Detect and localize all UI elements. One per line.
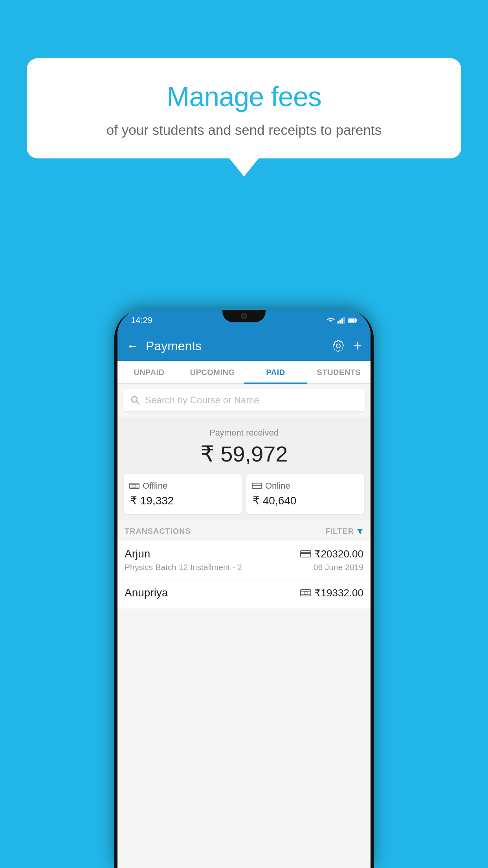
student-name: Anupriya (125, 587, 168, 599)
svg-rect-2 (341, 318, 343, 324)
offline-card-header: Offline (129, 481, 167, 491)
gear-icon[interactable] (332, 339, 345, 353)
tab-unpaid[interactable]: UNPAID (117, 361, 181, 383)
bubble-title: Manage fees (50, 81, 438, 112)
svg-rect-5 (356, 319, 357, 322)
offline-label: Offline (143, 481, 167, 491)
filter-label: FILTER (325, 527, 354, 536)
payment-amount: ₹ 59,972 (124, 441, 364, 467)
transaction-amount: ₹20320.00 (314, 548, 363, 560)
offline-icon (129, 482, 139, 490)
camera (241, 313, 247, 319)
online-card-header: Online (252, 481, 290, 491)
transactions-header: TRANSACTIONS FILTER (117, 520, 371, 541)
search-placeholder: Search by Course or Name (145, 395, 259, 406)
app-title: Payments (146, 339, 325, 353)
transaction-top-row: Anupriya ₹19332.00 (125, 587, 363, 599)
online-icon (252, 482, 262, 490)
svg-rect-16 (301, 552, 311, 554)
transaction-amount: ₹19332.00 (314, 587, 363, 599)
online-card: Online ₹ 40,640 (246, 474, 364, 514)
speech-bubble: Manage fees of your students and send re… (27, 58, 461, 158)
app-bar: ← Payments + (117, 331, 371, 361)
svg-rect-14 (252, 485, 262, 486)
transaction-amount-wrap: ₹20320.00 (300, 548, 363, 560)
payment-type-icon (300, 550, 311, 558)
offline-card: Offline ₹ 19,332 (124, 474, 242, 514)
status-icons (327, 317, 357, 324)
battery-icon (348, 318, 357, 323)
tab-students[interactable]: STUDENTS (307, 361, 371, 383)
transaction-bottom-row: Physics Batch 12 Installment - 2 06 June… (125, 563, 363, 572)
table-row[interactable]: Anupriya ₹19332.00 (117, 579, 371, 609)
payment-summary: Payment received ₹ 59,972 Offline (117, 417, 371, 520)
signal-icon (338, 317, 345, 324)
svg-rect-6 (349, 319, 355, 322)
offline-amount: ₹ 19,332 (129, 494, 174, 507)
transaction-top-row: Arjun ₹20320.00 (125, 548, 363, 560)
svg-line-8 (137, 402, 139, 405)
tabs-bar: UNPAID UPCOMING PAID STUDENTS (117, 361, 371, 384)
payment-type-icon (300, 589, 311, 597)
bubble-arrow (227, 156, 261, 177)
student-name: Arjun (125, 548, 150, 560)
tab-upcoming[interactable]: UPCOMING (181, 361, 244, 383)
wifi-icon (327, 317, 335, 324)
svg-rect-1 (339, 320, 341, 324)
notch (222, 310, 266, 322)
filter-icon (356, 528, 363, 535)
transactions-label: TRANSACTIONS (125, 527, 191, 536)
tab-paid[interactable]: PAID (244, 361, 307, 384)
speech-bubble-container: Manage fees of your students and send re… (27, 58, 461, 158)
svg-rect-0 (338, 321, 339, 324)
table-row[interactable]: Arjun ₹20320.00 Physics Batch 12 Install… (117, 541, 371, 579)
plus-button[interactable]: + (354, 339, 362, 353)
filter-button[interactable]: FILTER (325, 527, 363, 536)
transaction-amount-wrap: ₹19332.00 (300, 587, 363, 599)
svg-rect-17 (301, 590, 311, 596)
back-button[interactable]: ← (126, 339, 139, 353)
svg-rect-3 (343, 317, 345, 324)
course-name: Physics Batch 12 Installment - 2 (125, 563, 242, 572)
online-label: Online (265, 481, 290, 491)
svg-rect-9 (130, 483, 139, 489)
app-bar-actions: + (332, 339, 362, 353)
transaction-date: 06 June 2019 (314, 563, 363, 572)
search-bar[interactable]: Search by Course or Name (123, 389, 365, 411)
online-amount: ₹ 40,640 (252, 494, 296, 507)
status-time: 14:29 (131, 315, 152, 326)
payment-cards: Offline ₹ 19,332 Online ₹ 40,640 (124, 474, 364, 514)
bubble-subtitle: of your students and send receipts to pa… (50, 120, 438, 140)
svg-point-18 (304, 591, 307, 594)
payment-label: Payment received (124, 428, 364, 438)
phone-screen: 14:29 ← Payments + (117, 310, 371, 868)
phone-frame: 14:29 ← Payments + (114, 310, 374, 868)
status-bar: 14:29 (117, 310, 371, 331)
search-icon (130, 395, 140, 405)
